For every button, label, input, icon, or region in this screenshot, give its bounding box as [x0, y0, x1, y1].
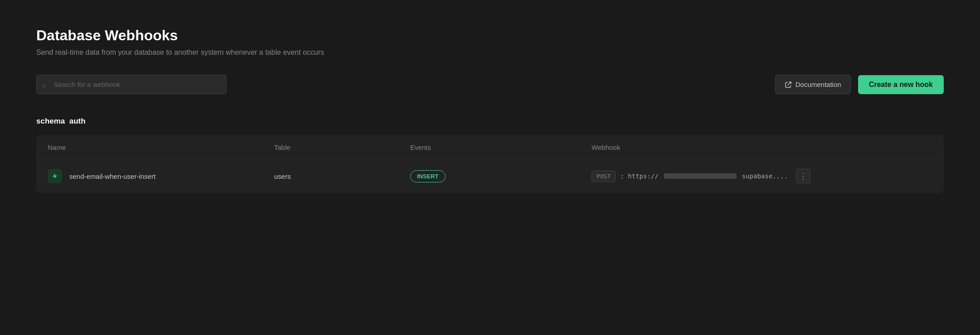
external-link-icon [785, 81, 792, 88]
page-title: Database Webhooks [36, 27, 944, 44]
col-header-webhook: Webhook [581, 135, 943, 160]
search-wrapper: ⌕ [36, 75, 227, 94]
table-header-row: Name Table Events Webhook [37, 135, 944, 160]
url-prefix: : https:// [620, 172, 658, 180]
search-input[interactable] [36, 75, 227, 94]
webhook-url-cell: POST : https:// supabase.... ⋮ [592, 169, 932, 183]
hook-name-cell: send-email-when-user-insert [48, 169, 252, 183]
lightning-icon [51, 172, 58, 180]
table-cell-webhook: POST : https:// supabase.... ⋮ [581, 160, 943, 193]
method-badge: POST [592, 171, 616, 182]
table-row: send-email-when-user-insert users INSERT… [37, 160, 944, 193]
documentation-label: Documentation [796, 81, 841, 88]
page-header: Database Webhooks Send real-time data fr… [36, 27, 944, 57]
schema-prefix: schema [36, 117, 65, 125]
schema-name: auth [69, 117, 86, 125]
more-options-button[interactable]: ⋮ [796, 169, 810, 183]
documentation-button[interactable]: Documentation [775, 75, 851, 94]
toolbar-actions: Documentation Create a new hook [775, 75, 944, 94]
create-hook-label: Create a new hook [869, 81, 933, 88]
schema-section: schema auth Name Table Events Webhook [36, 117, 944, 193]
url-suffix: supabase.... [742, 172, 788, 180]
schema-label: schema auth [36, 117, 944, 126]
event-badge: INSERT [410, 170, 446, 182]
col-header-events: Events [399, 135, 581, 160]
table-cell-name: send-email-when-user-insert [37, 160, 263, 193]
page-subtitle: Send real-time data from your database t… [36, 48, 944, 57]
search-icon: ⌕ [43, 81, 46, 88]
hook-icon [48, 169, 62, 183]
toolbar: ⌕ Documentation Create a new hook [36, 75, 944, 94]
col-header-name: Name [37, 135, 263, 160]
webhooks-table: Name Table Events Webhook send-email-whe… [36, 135, 944, 193]
table-cell-events: INSERT [399, 160, 581, 193]
hook-name-text: send-email-when-user-insert [69, 172, 155, 180]
create-hook-button[interactable]: Create a new hook [858, 75, 944, 94]
url-masked [664, 173, 737, 179]
col-header-table: Table [263, 135, 399, 160]
table-cell-table: users [263, 160, 399, 193]
